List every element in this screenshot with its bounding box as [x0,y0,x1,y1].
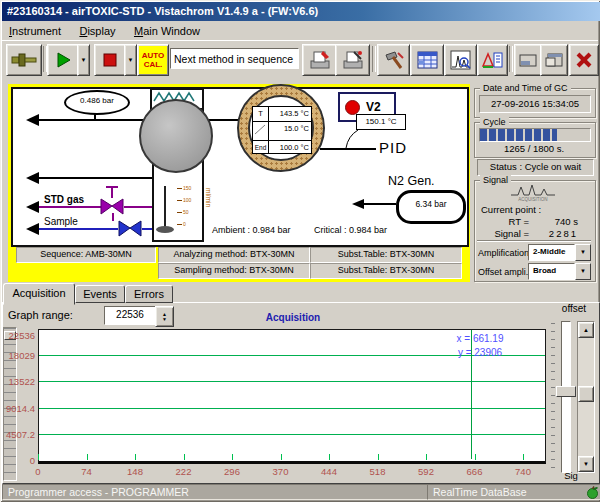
x-tick-label: 518 [361,466,395,477]
x-tick-label: 444 [312,466,346,477]
signal-chromatogram-icon [510,184,556,197]
next-method-input[interactable] [170,48,299,69]
pipe-vent [38,177,152,179]
auto-cal-label-1: AUTO [142,51,165,60]
sequence-field: Sequence: AMB-30MN [16,247,156,263]
n2-pressure-value: 6.34 bar [415,199,446,209]
amplification-combobox[interactable]: 2-Middle ▼ [528,244,591,261]
n2-gen-label: N2 Gen. [388,174,435,188]
inlet-pressure-gauge: 0.486 bar [64,90,130,115]
tab-events[interactable]: Events [75,285,125,303]
oven-row-end-value: 100.0 °C [269,141,311,154]
x-tick-mark [329,454,330,460]
std-valve-stem [111,188,113,198]
stop-button[interactable] [94,44,126,76]
title-bar[interactable]: #23160314 - airTOXIC-STD - Vistachrom V1… [2,2,600,21]
connect-gc-button[interactable] [6,44,42,76]
ambient-pressure: Ambient : 0.984 bar [212,225,291,235]
chromatogram-button[interactable] [444,44,477,76]
x-tick-mark [232,454,233,460]
x-tick-mark [38,454,39,460]
x-tick-mark [475,454,476,460]
window-layout-button-1[interactable] [514,44,542,76]
concentrator-trap [139,99,213,173]
rt-label: RT = [481,216,529,227]
window-layout-button-2[interactable] [540,44,568,76]
flow-unit-label: ml/min [202,188,212,236]
pipe-inlet [38,119,242,121]
sample-valve[interactable] [118,220,142,241]
amplification-label: Amplification [478,248,529,258]
auto-cal-label-2: CAL. [144,60,163,69]
x-tick-mark [523,454,524,460]
x-tick-mark [281,454,282,460]
sample-label: Sample [44,216,78,227]
menu-instrument[interactable]: Instrument [2,23,68,39]
y-tick-label: 22536 [0,330,37,341]
results-report-button[interactable] [477,44,508,76]
graph-range-spinner[interactable]: ▲ ▼ [155,306,174,327]
print-report-button[interactable] [302,44,337,76]
statusbar-access: Programmer access - PROGRAMMER [2,484,431,500]
window-panel-icon [519,52,537,68]
menu-display[interactable]: Display [72,23,122,39]
stop-icon [102,52,118,68]
chevron-down-icon: ▼ [128,57,134,63]
offset-scrollbar[interactable]: ▲ ▼ [577,321,595,473]
peak-report-icon [482,50,503,70]
auto-cal-button[interactable]: AUTO CAL. [137,44,169,76]
x-tick-label: 740 [506,466,540,477]
analyzing-method-field: Analyzing method: BTX-30MN [158,247,310,263]
outlet-arrow-icon [26,114,39,126]
offset-slider-bottom-label: Sig [554,470,588,481]
x-tick-label: 0 [21,466,55,477]
printer-report-icon [309,50,331,70]
print-setup-button[interactable] [335,44,370,76]
chevron-down-icon[interactable]: ▼ [575,244,591,261]
n2-pressure-capsule: 6.34 bar [396,190,466,224]
y-tick-label: 9014.4 [0,403,37,414]
statusbar-database: RealTime DataBase [427,484,600,500]
offset-slider-thumb[interactable] [556,386,576,397]
stop-dropdown-button[interactable]: ▼ [124,44,137,76]
tools-button[interactable] [377,44,410,76]
menu-bar: Instrument Display Main Window [2,21,598,40]
flow-scale-150: 150 [183,185,191,191]
tab-acquisition[interactable]: Acquisition [3,283,75,305]
chevron-down-icon[interactable]: ▼ [575,263,591,280]
gridline-horizontal [39,434,545,435]
offset-ampli-combobox[interactable]: Broad ▼ [528,263,591,280]
offset-slider-ticks [551,323,555,469]
gc-datetime: 27-09-2016 15:34:05 [479,95,591,113]
arrow-down-icon: ▼ [583,461,589,467]
graph-range-label: Graph range: [8,309,73,321]
offset-ampli-label: Offset ampli. [478,267,528,277]
current-point-label: Current point : [481,204,541,215]
y-tick-label: 13522 [0,376,37,387]
inlet-pressure-value: 0.486 bar [80,96,114,105]
offset-scrollbar-thumb[interactable] [578,386,594,402]
oven-row-ramp-value: 15.0 °C [269,122,311,141]
oven-temp-table: T 143.5 °C 15.0 °C End 100.0 °C [252,106,312,154]
std-gas-label: STD gas [44,194,84,205]
vent-arrow-icon [26,172,39,184]
graph-range-input[interactable]: 22536 [104,306,156,325]
v2-label: V2 [366,100,381,114]
signal-group-label: Signal [480,175,511,185]
method-table-button[interactable] [410,44,444,76]
start-button[interactable] [47,44,79,76]
window-cascade-icon [545,52,563,68]
offset-slider-label: offset [552,303,596,314]
chart-title: Acquisition [203,312,383,323]
close-button[interactable] [569,44,599,76]
offset-slider-track[interactable] [561,321,571,473]
menu-main-window[interactable]: Main Window [127,23,207,39]
oven-row-start-label: T [253,107,269,122]
chevron-down-icon: ▼ [81,57,87,63]
scroll-up-button[interactable]: ▲ [578,322,594,338]
tab-errors[interactable]: Errors [125,285,173,303]
y-tick-label: 18029 [0,350,37,361]
start-dropdown-button[interactable]: ▼ [77,44,90,76]
x-tick-label: 148 [118,466,152,477]
signal-icon-caption: ACQUISITION [505,197,561,202]
